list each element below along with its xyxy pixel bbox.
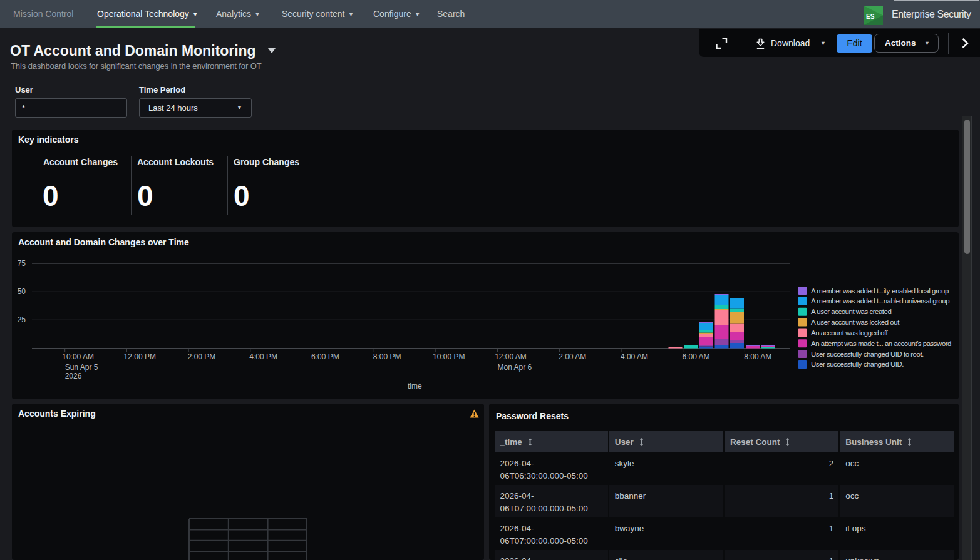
svg-text:75: 75	[18, 259, 26, 268]
svg-text:10:00 PM: 10:00 PM	[433, 352, 465, 361]
svg-text:8:00 PM: 8:00 PM	[373, 352, 401, 361]
svg-text:10:00 AM: 10:00 AM	[62, 352, 94, 361]
svg-text:6:00 PM: 6:00 PM	[311, 352, 339, 361]
svg-text:A user account was created: A user account was created	[811, 308, 891, 315]
svg-text:A member was added t...ity-ena: A member was added t...ity-enabled local…	[811, 287, 949, 295]
svg-text:2:00 PM: 2:00 PM	[188, 352, 216, 361]
svg-text:ES: ES	[866, 13, 875, 20]
svg-text:An account was logged off: An account was logged off	[811, 329, 888, 337]
svg-text:50: 50	[18, 287, 26, 296]
svg-text:4:00 AM: 4:00 AM	[621, 352, 648, 361]
svg-text:User successfully changed UID: User successfully changed UID to root.	[811, 350, 924, 358]
svg-text:4:00 PM: 4:00 PM	[249, 352, 277, 361]
svg-text:Sun Apr 5: Sun Apr 5	[65, 363, 98, 372]
svg-text:User successfully changed UID.: User successfully changed UID.	[811, 360, 904, 368]
svg-text:2026: 2026	[65, 372, 82, 380]
svg-text:12:00 AM: 12:00 AM	[495, 352, 527, 361]
svg-text:8:00 AM: 8:00 AM	[744, 352, 771, 361]
svg-text:2:00 AM: 2:00 AM	[559, 352, 586, 361]
svg-text:6:00 AM: 6:00 AM	[683, 352, 710, 361]
svg-text:An attempt was made t... an ac: An attempt was made t... an account's pa…	[811, 340, 951, 347]
svg-text:A user account was locked out: A user account was locked out	[811, 318, 900, 326]
svg-text:12:00 PM: 12:00 PM	[124, 352, 156, 361]
svg-text:25: 25	[18, 315, 26, 324]
svg-text:A member was added t...nabled: A member was added t...nabled universal …	[811, 297, 949, 305]
svg-text:Mon Apr 6: Mon Apr 6	[498, 363, 532, 372]
svg-text:_time: _time	[403, 382, 422, 390]
